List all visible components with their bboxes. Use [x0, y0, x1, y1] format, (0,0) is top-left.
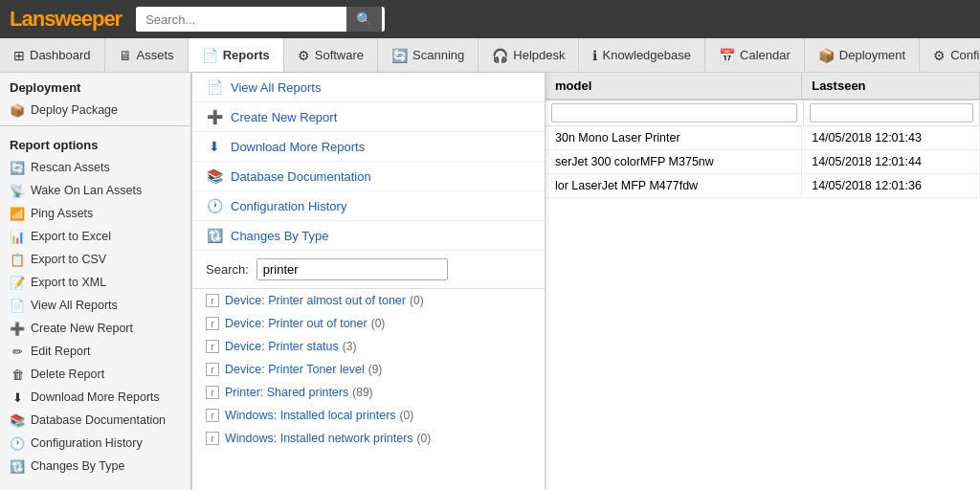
filter-model-input[interactable] — [551, 103, 797, 122]
nav-dashboard-label: Dashboard — [30, 48, 91, 62]
report-item-label-4: Printer: Shared printers — [225, 386, 348, 399]
sidebar-item-config-history[interactable]: 🕐 Configuration History — [0, 432, 190, 455]
sidebar-changes-by-type-label: Changes By Type — [31, 459, 124, 473]
report-item-count-6: (0) — [417, 432, 432, 445]
top-bar: Lansweeper 🔍 — [0, 0, 980, 38]
sidebar-config-history-label: Configuration History — [31, 436, 143, 450]
report-item-5[interactable]: r Windows: Installed local printers (0) — [192, 404, 545, 427]
table-col-lastseen: Lastseen — [802, 73, 980, 99]
nav-assets[interactable]: 🖥 Assets — [105, 38, 189, 72]
nav-software[interactable]: ⚙ Software — [284, 38, 378, 72]
nav-bar: ⊞ Dashboard 🖥 Assets 📄 Reports ⚙ Softwar… — [0, 38, 980, 73]
dropdown-download-icon: ⬇ — [206, 138, 223, 155]
sidebar-item-edit-report[interactable]: ✏ Edit Report — [0, 340, 190, 363]
dropdown-db-docs[interactable]: 📚 Database Documentation — [192, 162, 545, 191]
sidebar-item-wol[interactable]: 📡 Wake On Lan Assets — [0, 179, 190, 202]
sidebar-item-changes-by-type[interactable]: 🔃 Changes By Type — [0, 455, 190, 478]
sidebar-section-deployment: Deployment — [0, 73, 190, 99]
nav-deployment[interactable]: 📦 Deployment — [805, 38, 920, 72]
rescan-icon: 🔄 — [10, 160, 25, 175]
sidebar-rescan-label: Rescan Assets — [31, 161, 110, 174]
report-item-2[interactable]: r Device: Printer status (3) — [192, 335, 545, 358]
sidebar-item-deploy-package[interactable]: 📦 Deploy Package — [0, 99, 190, 122]
report-item-icon-3: r — [206, 363, 219, 376]
sidebar-item-export-xml[interactable]: 📝 Export to XML — [0, 271, 190, 294]
db-docs-icon: 📚 — [10, 412, 25, 428]
sidebar-db-docs-label: Database Documentation — [31, 413, 166, 427]
dropdown-view-all-reports[interactable]: 📄 View All Reports — [192, 73, 545, 102]
scanning-icon: 🔄 — [391, 48, 408, 63]
report-item-count-5: (0) — [400, 409, 414, 422]
sidebar-item-export-excel[interactable]: 📊 Export to Excel — [0, 225, 190, 248]
main-layout: Deployment 📦 Deploy Package Report optio… — [0, 73, 980, 490]
table-row: lor LaserJet MFP M477fdw 14/05/2018 12:0… — [546, 174, 980, 198]
nav-scanning-label: Scanning — [412, 48, 464, 62]
edit-report-icon: ✏ — [10, 344, 25, 359]
sidebar-item-delete-report[interactable]: 🗑 Delete Report — [0, 363, 190, 386]
software-icon: ⚙ — [298, 48, 310, 63]
report-item-6[interactable]: r Windows: Installed network printers (0… — [192, 427, 545, 450]
sidebar-export-csv-label: Export to CSV — [31, 253, 106, 266]
nav-calendar[interactable]: 📅 Calendar — [705, 38, 805, 72]
sidebar: Deployment 📦 Deploy Package Report optio… — [0, 73, 191, 490]
dropdown-create-new-report[interactable]: ➕ Create New Report — [192, 102, 545, 132]
filter-lastseen-input[interactable] — [810, 103, 973, 122]
nav-knowledgebase[interactable]: ℹ Knowledgebase — [579, 38, 705, 72]
dropdown-view-reports-icon: 📄 — [206, 78, 223, 96]
sidebar-ping-label: Ping Assets — [31, 207, 93, 220]
row-1-lastseen: 14/05/2018 12:01:44 — [802, 150, 980, 173]
report-item-3[interactable]: r Device: Printer Toner level (9) — [192, 358, 545, 381]
report-item-0[interactable]: r Device: Printer almost out of toner (0… — [192, 289, 545, 312]
report-item-icon-1: r — [206, 317, 219, 330]
table-header: model Lastseen — [546, 73, 980, 100]
nav-reports[interactable]: 📄 Reports — [189, 38, 284, 72]
sidebar-item-ping[interactable]: 📶 Ping Assets — [0, 202, 190, 225]
sidebar-item-download-reports[interactable]: ⬇ Download More Reports — [0, 386, 190, 409]
search-bar[interactable]: 🔍 — [136, 7, 385, 32]
report-item-label-3: Device: Printer Toner level — [225, 363, 365, 376]
nav-config[interactable]: ⚙ Configu... — [920, 38, 980, 72]
report-item-label-6: Windows: Installed network printers — [225, 432, 413, 445]
table-row: serJet 300 colorMFP M375nw 14/05/2018 12… — [546, 150, 980, 174]
dropdown-changes-by-type[interactable]: 🔃 Changes By Type — [192, 221, 545, 251]
helpdesk-icon: 🎧 — [492, 48, 508, 63]
dropdown-download-reports[interactable]: ⬇ Download More Reports — [192, 132, 545, 162]
sidebar-item-export-csv[interactable]: 📋 Export to CSV — [0, 248, 190, 271]
report-item-count-0: (0) — [410, 294, 424, 307]
config-icon: ⚙ — [933, 48, 946, 63]
export-csv-icon: 📋 — [10, 252, 25, 267]
nav-software-label: Software — [315, 48, 364, 62]
sidebar-export-excel-label: Export to Excel — [31, 230, 111, 243]
dropdown-config-history[interactable]: 🕐 Configuration History — [192, 191, 545, 221]
report-item-1[interactable]: r Device: Printer out of toner (0) — [192, 312, 545, 335]
calendar-icon: 📅 — [719, 48, 735, 63]
dropdown-changes-icon: 🔃 — [206, 227, 223, 244]
wol-icon: 📡 — [10, 183, 25, 198]
nav-helpdesk[interactable]: 🎧 Helpdesk — [479, 38, 579, 72]
logo: Lansweeper — [10, 7, 122, 32]
dropdown-search-input[interactable] — [256, 258, 448, 280]
report-item-4[interactable]: r Printer: Shared printers (89) — [192, 381, 545, 404]
search-button[interactable]: 🔍 — [346, 7, 382, 32]
view-reports-icon: 📄 — [10, 298, 25, 313]
dropdown-create-icon: ➕ — [206, 108, 223, 125]
nav-helpdesk-label: Helpdesk — [513, 48, 565, 62]
nav-deployment-label: Deployment — [839, 48, 905, 62]
sidebar-deploy-label: Deploy Package — [31, 103, 118, 117]
row-2-model: lor LaserJet MFP M477fdw — [546, 174, 802, 197]
table-row: 30n Mono Laser Printer 14/05/2018 12:01:… — [546, 126, 980, 150]
sidebar-item-create-report[interactable]: ➕ Create New Report — [0, 317, 190, 340]
nav-dashboard[interactable]: ⊞ Dashboard — [0, 38, 105, 72]
nav-config-label: Configu... — [950, 48, 980, 62]
report-item-count-2: (3) — [343, 340, 357, 353]
nav-scanning[interactable]: 🔄 Scanning — [378, 38, 479, 72]
sidebar-item-view-reports[interactable]: 📄 View All Reports — [0, 294, 190, 317]
sidebar-item-db-docs[interactable]: 📚 Database Documentation — [0, 409, 190, 432]
dropdown-config-history-icon: 🕐 — [206, 197, 223, 214]
filter-lastseen[interactable] — [804, 100, 980, 125]
search-input[interactable] — [136, 8, 346, 32]
sidebar-item-rescan[interactable]: 🔄 Rescan Assets — [0, 156, 190, 179]
ping-icon: 📶 — [10, 206, 25, 221]
report-item-label-5: Windows: Installed local printers — [225, 409, 396, 422]
filter-model[interactable] — [546, 100, 804, 125]
